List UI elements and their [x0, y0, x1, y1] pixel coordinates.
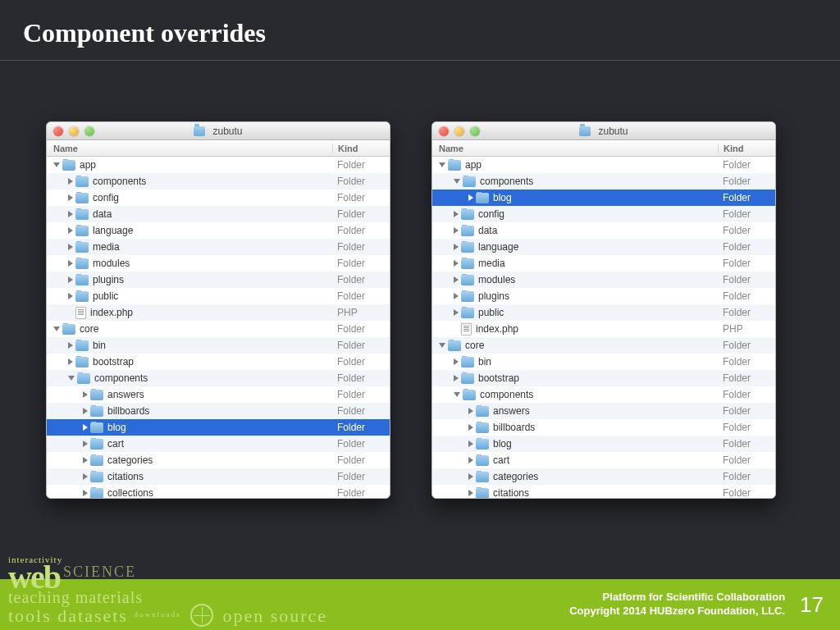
name-cell[interactable]: bootstrap [432, 372, 718, 384]
tree-row[interactable]: dataFolder [432, 222, 775, 239]
column-name[interactable]: Name [47, 144, 332, 153]
name-cell[interactable]: blog [47, 422, 332, 433]
tree-row[interactable]: categoriesFolder [432, 468, 775, 485]
name-cell[interactable]: config [47, 192, 332, 203]
column-name[interactable]: Name [432, 144, 718, 153]
name-cell[interactable]: answers [47, 389, 332, 400]
name-cell[interactable]: config [432, 208, 718, 220]
disclosure-triangle-icon[interactable] [454, 392, 460, 397]
window-close-button[interactable] [53, 126, 63, 136]
tree-row[interactable]: collectionsFolder [47, 485, 390, 498]
window-close-button[interactable] [439, 126, 449, 136]
tree-row[interactable]: configFolder [47, 189, 390, 206]
column-kind[interactable]: Kind [718, 144, 775, 153]
disclosure-triangle-icon[interactable] [83, 490, 88, 496]
name-cell[interactable]: citations [432, 487, 718, 498]
tree-row[interactable]: binFolder [47, 337, 390, 354]
disclosure-triangle-icon[interactable] [468, 194, 473, 201]
name-cell[interactable]: components [432, 176, 718, 187]
window-minimize-button[interactable] [69, 126, 79, 136]
window-zoom-button[interactable] [470, 126, 480, 136]
name-cell[interactable]: core [432, 340, 718, 351]
name-cell[interactable]: index.php [47, 307, 332, 319]
tree-row[interactable]: cartFolder [47, 436, 390, 452]
disclosure-triangle-icon[interactable] [454, 260, 459, 267]
disclosure-triangle-icon[interactable] [454, 293, 459, 299]
tree-row[interactable]: mediaFolder [432, 255, 775, 272]
tree-row[interactable]: cartFolder [432, 452, 775, 468]
tree-row[interactable]: answersFolder [47, 386, 390, 403]
name-cell[interactable]: answers [432, 405, 718, 417]
name-cell[interactable]: blog [432, 192, 718, 203]
name-cell[interactable]: language [432, 241, 718, 253]
window-minimize-button[interactable] [454, 126, 464, 136]
tree-row[interactable]: pluginsFolder [432, 288, 775, 304]
disclosure-triangle-icon[interactable] [468, 408, 473, 414]
name-cell[interactable]: public [47, 290, 332, 302]
tree-row[interactable]: citationsFolder [47, 468, 390, 485]
name-cell[interactable]: components [47, 372, 332, 384]
tree-row[interactable]: componentsFolder [432, 386, 775, 403]
disclosure-triangle-icon[interactable] [468, 457, 473, 463]
disclosure-triangle-icon[interactable] [439, 162, 445, 167]
name-cell[interactable]: billboards [47, 405, 332, 417]
tree-row[interactable]: blogFolder [47, 419, 390, 436]
tree-row[interactable]: pluginsFolder [47, 272, 390, 288]
name-cell[interactable]: categories [47, 454, 332, 466]
tree-row[interactable]: componentsFolder [47, 370, 390, 386]
tree-row[interactable]: appFolder [47, 157, 390, 173]
name-cell[interactable]: public [432, 307, 718, 318]
disclosure-triangle-icon[interactable] [454, 244, 459, 250]
tree-row[interactable]: coreFolder [47, 321, 390, 337]
disclosure-triangle-icon[interactable] [53, 162, 60, 167]
tree-row[interactable]: appFolder [432, 157, 775, 173]
name-cell[interactable]: data [432, 225, 718, 236]
name-cell[interactable]: data [47, 208, 332, 220]
disclosure-triangle-icon[interactable] [454, 227, 459, 234]
name-cell[interactable]: cart [47, 438, 332, 450]
disclosure-triangle-icon[interactable] [83, 473, 88, 480]
name-cell[interactable]: cart [432, 454, 718, 466]
disclosure-triangle-icon[interactable] [68, 244, 73, 250]
tree-row[interactable]: citationsFolder [432, 485, 775, 498]
window-zoom-button[interactable] [84, 126, 94, 136]
tree-row[interactable]: modulesFolder [432, 272, 775, 288]
disclosure-triangle-icon[interactable] [68, 293, 73, 299]
column-kind[interactable]: Kind [332, 144, 390, 153]
disclosure-triangle-icon[interactable] [454, 179, 460, 184]
disclosure-triangle-icon[interactable] [53, 326, 60, 331]
tree-row[interactable]: billboardsFolder [432, 419, 775, 436]
disclosure-triangle-icon[interactable] [454, 211, 459, 217]
name-cell[interactable]: collections [47, 487, 332, 498]
tree-row[interactable]: answersFolder [432, 403, 775, 419]
disclosure-triangle-icon[interactable] [468, 490, 473, 496]
column-headers[interactable]: NameKind [432, 140, 775, 157]
tree-row[interactable]: publicFolder [432, 304, 775, 321]
tree-row[interactable]: blogFolder [432, 436, 775, 452]
name-cell[interactable]: modules [432, 274, 718, 285]
tree-row[interactable]: publicFolder [47, 288, 390, 304]
tree-row[interactable]: blogFolder [432, 189, 775, 206]
name-cell[interactable]: modules [47, 258, 332, 269]
disclosure-triangle-icon[interactable] [454, 375, 459, 381]
tree-row[interactable]: languageFolder [47, 222, 390, 239]
tree-row[interactable]: componentsFolder [432, 173, 775, 189]
tree-row[interactable]: index.phpPHP [432, 321, 775, 337]
tree-row[interactable]: mediaFolder [47, 239, 390, 255]
disclosure-triangle-icon[interactable] [468, 473, 473, 480]
tree-row[interactable]: languageFolder [432, 239, 775, 255]
name-cell[interactable]: core [47, 323, 332, 335]
name-cell[interactable]: bootstrap [47, 356, 332, 368]
disclosure-triangle-icon[interactable] [68, 276, 73, 283]
tree-row[interactable]: bootstrapFolder [47, 354, 390, 370]
name-cell[interactable]: media [47, 241, 332, 253]
disclosure-triangle-icon[interactable] [83, 441, 88, 447]
disclosure-triangle-icon[interactable] [83, 457, 88, 463]
name-cell[interactable]: plugins [432, 290, 718, 302]
name-cell[interactable]: language [47, 225, 332, 236]
titlebar[interactable]: zubutu [432, 122, 775, 140]
disclosure-triangle-icon[interactable] [83, 391, 88, 398]
tree-row[interactable]: componentsFolder [47, 173, 390, 189]
tree-row[interactable]: categoriesFolder [47, 452, 390, 468]
disclosure-triangle-icon[interactable] [468, 424, 473, 431]
